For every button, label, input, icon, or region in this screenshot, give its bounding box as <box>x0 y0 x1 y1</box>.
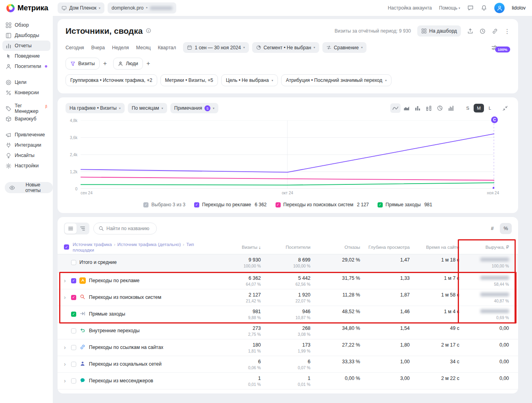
comparison-selector[interactable]: Сравнение ▾ <box>322 42 367 53</box>
table-row[interactable]: ›Переходы из социальных сетей60,06 %60,0… <box>58 356 518 373</box>
table-row[interactable]: Внутренние переходы2732,75 %2683,08 %34,… <box>58 323 518 339</box>
table-row[interactable]: ›✓Переходы по рекламе6 36264,07 %5 44262… <box>58 273 518 289</box>
row-checkbox[interactable] <box>71 362 76 367</box>
expand-chevron-icon[interactable]: › <box>64 345 68 350</box>
more-menu-button[interactable]: ⋮ <box>504 28 510 34</box>
row-checkbox[interactable] <box>71 345 76 350</box>
chart-type-pie-button[interactable] <box>435 103 445 113</box>
legend-select-all[interactable]: ✓Выбрано 3 из 3 <box>143 202 185 207</box>
counter-meta[interactable]: domplenok.pro • <box>108 2 176 14</box>
counter-selector[interactable]: Дом Пленок ▾ <box>58 2 104 14</box>
chart-type-stacked-button[interactable] <box>424 103 434 113</box>
table-row-total[interactable]: Итого и средние9 930100,00 %8 699100,00 … <box>58 254 518 273</box>
sidebar-item-acquisition[interactable]: Привлечение <box>2 130 50 140</box>
report-setting-chip[interactable]: Метрики • Визиты, +5 <box>160 74 218 86</box>
column-header[interactable]: Визиты ↓ <box>211 245 261 250</box>
column-header[interactable]: Посетители <box>261 245 310 250</box>
legend-checkbox[interactable]: ✓ <box>194 202 199 207</box>
collapse-chart-button[interactable] <box>500 103 510 113</box>
legend-checkbox[interactable]: ✓ <box>276 202 281 207</box>
column-header[interactable]: Выручка, ₽ <box>459 244 509 250</box>
expand-chevron-icon[interactable]: › <box>64 294 68 300</box>
row-checkbox[interactable]: ✓ <box>71 295 76 300</box>
chart-type-area-button[interactable] <box>401 103 412 113</box>
sidebar-item-variocube[interactable]: Вариокуб <box>2 114 50 124</box>
sidebar-item-settings[interactable]: Настройки <box>2 161 50 171</box>
period-tab[interactable]: Вчера <box>91 44 105 51</box>
chart-grouping-selector[interactable]: По месяцам ▾ <box>128 103 167 113</box>
report-setting-chip[interactable]: Атрибуция • Последний значимый переход▾ <box>281 74 391 86</box>
segment-chip-Люди[interactable]: Люди <box>113 58 143 70</box>
report-setting-chip[interactable]: Цель • Не выбрана▾ <box>221 74 278 86</box>
row-checkbox[interactable] <box>71 378 76 384</box>
add-segment-button[interactable]: + <box>103 60 107 67</box>
notifications-button[interactable] <box>481 5 487 11</box>
chart-size-S[interactable]: S <box>463 104 473 112</box>
percent-values-button[interactable]: % <box>500 223 512 234</box>
segment-selector[interactable]: Сегмент • Не выбран ▾ <box>252 42 319 53</box>
table-row[interactable]: ›✓Переходы из поисковых систем2 12721,42… <box>58 289 518 306</box>
period-tab[interactable]: Сегодня <box>66 44 84 51</box>
period-tab[interactable]: Месяц <box>136 44 151 51</box>
legend-item[interactable]: ✓Переходы из поисковых систем2 127 <box>276 202 369 207</box>
dimension-link[interactable]: Источник трафика (детально) <box>118 242 181 247</box>
sidebar-item-behavior[interactable]: Поведение <box>2 51 50 61</box>
sidebar-item-insights[interactable]: Инсайты <box>2 150 50 161</box>
sidebar-item-overview[interactable]: Обзор <box>2 20 50 30</box>
avatar[interactable] <box>494 3 505 13</box>
sidebar-item-reports[interactable]: Отчеты <box>2 41 50 51</box>
expand-chevron-icon[interactable]: › <box>64 378 68 384</box>
add-segment-button[interactable]: + <box>146 60 150 67</box>
report-setting-chip[interactable]: Группировка • Источник трафика, +2 <box>66 74 157 86</box>
row-checkbox[interactable] <box>71 328 76 333</box>
sidebar-item-dashboards[interactable]: Дашборды <box>2 30 50 41</box>
list-view-button[interactable] <box>65 223 77 234</box>
column-header[interactable]: Глубина просмотра <box>360 245 410 250</box>
expand-chevron-icon[interactable]: › <box>64 361 68 367</box>
chart-metric-selector[interactable]: На графике • Визиты ▾ <box>66 103 125 113</box>
chart-type-bars-button[interactable] <box>412 103 423 113</box>
expand-chevron-icon[interactable]: › <box>64 278 68 283</box>
segment-chip-Визиты[interactable]: Визиты <box>66 58 100 70</box>
absolute-values-button[interactable]: # <box>486 223 498 234</box>
legend-checkbox[interactable]: ✓ <box>378 202 383 207</box>
search-input[interactable] <box>106 226 152 231</box>
sidebar-item-conversions[interactable]: Конверсии <box>2 87 50 98</box>
row-checkbox[interactable]: ✓ <box>71 278 76 283</box>
chart-type-line-button[interactable] <box>390 103 401 113</box>
sampling-control[interactable]: 100% <box>491 45 510 51</box>
sidebar-item-tag-manager[interactable]: Тег Менеджерβ <box>2 103 50 114</box>
chat-button[interactable] <box>467 5 474 11</box>
chart-size-L[interactable]: L <box>485 104 495 112</box>
metrika-logo[interactable]: Метрика <box>6 4 48 12</box>
row-checkbox[interactable] <box>71 260 76 265</box>
sidebar-item-visitors[interactable]: Посетители <box>2 61 50 72</box>
table-row[interactable]: ✓Прямые заходы9819,88 %94610,87 %48,52 %… <box>58 306 518 323</box>
row-checkbox[interactable]: ✓ <box>71 312 76 317</box>
account-settings-link[interactable]: Настройка аккаунта <box>388 5 432 11</box>
history-button[interactable] <box>480 28 486 34</box>
table-row[interactable]: ›Переходы по ссылкам на сайтах1801,81 %1… <box>58 339 518 356</box>
notes-selector[interactable]: Примечания 5 ▾ <box>170 103 218 113</box>
period-tab[interactable]: Неделя <box>112 44 129 51</box>
new-reports-button[interactable]: Новые отчеты <box>5 182 53 193</box>
column-header[interactable]: Время на сайте <box>410 245 459 250</box>
chart-size-M[interactable]: M <box>474 104 484 112</box>
table-search[interactable] <box>93 223 157 234</box>
date-range-picker[interactable]: 1 сен — 30 ноя 2024 ▾ <box>183 42 249 53</box>
chart-type-columns-button[interactable] <box>446 103 456 113</box>
info-icon[interactable] <box>146 28 151 35</box>
share-link-button[interactable] <box>492 28 498 34</box>
select-all-checkbox[interactable]: ✓ <box>64 244 69 250</box>
export-button[interactable] <box>467 28 473 34</box>
table-row[interactable]: ›Переходы из мессенджеров10,01 %10,01 %0… <box>58 373 518 389</box>
sidebar-item-integrations[interactable]: Интеграции <box>2 140 50 150</box>
period-tab[interactable]: Квартал <box>158 44 176 51</box>
chart-plot[interactable] <box>81 120 494 189</box>
legend-item[interactable]: ✓Прямые заходы981 <box>378 202 432 207</box>
dimension-link[interactable]: Источник трафика <box>73 242 112 247</box>
tree-view-button[interactable] <box>77 223 89 234</box>
help-link[interactable]: Помощь ▾ <box>439 5 460 11</box>
legend-item[interactable]: ✓Переходы по рекламе6 362 <box>194 202 267 207</box>
to-dashboard-button[interactable]: На дашборд <box>417 25 461 37</box>
